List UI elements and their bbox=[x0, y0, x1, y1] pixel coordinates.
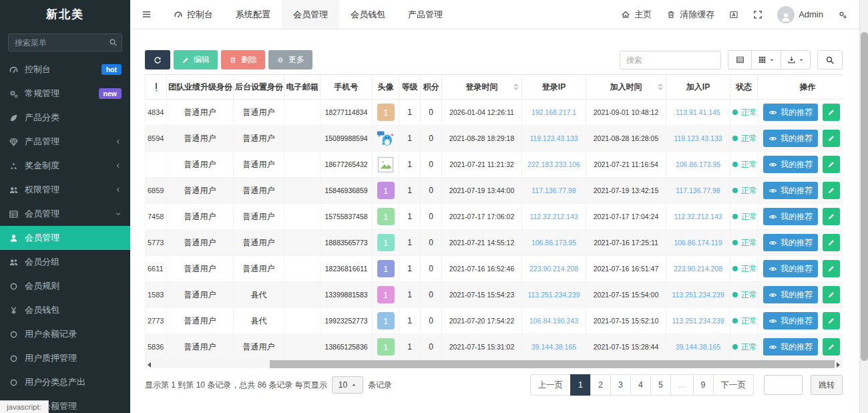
sidebar-subitem[interactable]: 用户余额记录 bbox=[0, 322, 130, 346]
ip-link[interactable]: 112.32.212.143 bbox=[674, 213, 722, 221]
column-header[interactable]: 加入时间 bbox=[586, 75, 666, 100]
user-menu[interactable]: Admin bbox=[770, 0, 831, 29]
my-referrals-button[interactable]: 我的推荐 bbox=[763, 156, 818, 173]
vertical-scrollbar-thumb[interactable] bbox=[861, 32, 868, 361]
column-header[interactable]: 积分 bbox=[421, 75, 442, 100]
sidebar-item[interactable]: 会员管理 bbox=[0, 202, 130, 226]
pagination-toggle-button[interactable] bbox=[728, 50, 752, 70]
table-row[interactable]: 6859 普通用户 普通用户 15846936859 1 1 0 bbox=[146, 178, 843, 204]
page-button[interactable]: 5 bbox=[650, 374, 671, 396]
sidebar-item[interactable]: 权限管理 bbox=[0, 178, 130, 202]
sidebar-search-input[interactable] bbox=[8, 33, 122, 51]
horizontal-scrollbar-thumb[interactable] bbox=[270, 360, 835, 368]
ip-link[interactable]: 119.123.43.133 bbox=[674, 134, 722, 142]
my-referrals-button[interactable]: 我的推荐 bbox=[763, 104, 818, 121]
row-edit-button[interactable] bbox=[823, 234, 840, 251]
table-row[interactable]: 5773 普通用户 普通用户 18883565773 1 1 0 bbox=[146, 230, 843, 256]
table-search-input[interactable] bbox=[620, 51, 721, 70]
table-row[interactable]: 1583 普通用户 县代 13399881583 1 1 0 bbox=[146, 282, 843, 308]
table-row[interactable]: 8594 普通用户 普通用户 15089988594 1 0 bbox=[146, 126, 843, 152]
navbar-tab[interactable]: 产品管理 bbox=[397, 0, 454, 29]
row-edit-button[interactable] bbox=[823, 182, 840, 199]
sidebar-toggle-button[interactable] bbox=[130, 0, 162, 29]
sidebar-subitem[interactable]: 会员分组 bbox=[0, 250, 130, 274]
page-button[interactable]: 1 bbox=[570, 374, 591, 396]
page-button[interactable]: 上一页 bbox=[530, 374, 572, 396]
row-edit-button[interactable] bbox=[823, 338, 840, 356]
my-referrals-button[interactable]: 我的推荐 bbox=[763, 208, 818, 225]
more-button[interactable]: 更多 bbox=[268, 50, 312, 70]
sidebar-subitem[interactable]: 会员钱包 bbox=[0, 298, 130, 322]
column-header[interactable]: 电子邮箱 bbox=[284, 75, 320, 100]
row-edit-button[interactable] bbox=[823, 312, 840, 329]
ip-link[interactable]: 106.86.173.95 bbox=[676, 160, 720, 168]
refresh-button[interactable] bbox=[145, 50, 170, 70]
scroll-left-arrow[interactable] bbox=[148, 362, 151, 368]
navbar-tab[interactable]: 系统配置 bbox=[224, 0, 282, 29]
row-edit-button[interactable] bbox=[823, 286, 840, 303]
row-edit-button[interactable] bbox=[823, 208, 840, 225]
column-header[interactable]: 登录IP bbox=[522, 75, 586, 100]
search-submit-button[interactable] bbox=[817, 50, 843, 70]
page-button[interactable]: ... bbox=[670, 374, 693, 396]
ip-link[interactable]: 106.86.173.95 bbox=[531, 239, 576, 247]
navbar-tab[interactable]: 控制台 bbox=[162, 0, 224, 29]
column-header[interactable]: 加入IP bbox=[666, 75, 730, 100]
ip-link[interactable]: 106.86.174.119 bbox=[674, 239, 722, 247]
page-button[interactable]: 下一页 bbox=[713, 374, 754, 396]
ip-link[interactable]: 39.144.38.165 bbox=[676, 343, 720, 351]
settings-button[interactable] bbox=[831, 0, 855, 29]
column-header[interactable] bbox=[146, 75, 167, 100]
clear-cache-button[interactable]: 清除缓存 bbox=[659, 0, 722, 29]
row-edit-button[interactable] bbox=[823, 260, 840, 277]
page-button[interactable]: 2 bbox=[590, 374, 611, 396]
sort-icon[interactable] bbox=[658, 84, 663, 90]
sidebar-item[interactable]: 控制台 hot bbox=[0, 57, 130, 82]
columns-button[interactable] bbox=[751, 50, 781, 70]
ip-link[interactable]: 119.123.43.133 bbox=[529, 134, 578, 142]
row-edit-button[interactable] bbox=[823, 104, 840, 121]
row-edit-button[interactable] bbox=[823, 156, 840, 173]
page-button[interactable]: 4 bbox=[630, 374, 651, 396]
sidebar-item[interactable]: 产品管理 bbox=[0, 130, 130, 154]
column-header[interactable]: 等级 bbox=[399, 75, 421, 100]
ip-link[interactable]: 223.90.214.208 bbox=[529, 265, 578, 273]
ip-link[interactable]: 113.251.234.239 bbox=[527, 291, 580, 299]
ip-link[interactable]: 106.84.190.243 bbox=[529, 317, 578, 325]
edit-button[interactable]: 编辑 bbox=[174, 50, 218, 70]
jump-button[interactable]: 跳转 bbox=[811, 375, 843, 395]
language-button[interactable] bbox=[722, 0, 746, 29]
page-button[interactable]: 3 bbox=[610, 374, 631, 396]
ip-link[interactable]: 117.136.77.98 bbox=[531, 186, 576, 194]
ip-link[interactable]: 112.32.212.143 bbox=[529, 213, 578, 221]
delete-button[interactable]: 删除 bbox=[221, 50, 265, 70]
jump-page-input[interactable] bbox=[764, 375, 803, 395]
sidebar-subitem[interactable]: 用户质押管理 bbox=[0, 346, 130, 370]
navbar-tab[interactable]: 会员管理 bbox=[282, 0, 339, 29]
ip-link[interactable]: 113.251.234.239 bbox=[672, 291, 724, 299]
sidebar-item[interactable]: 产品分类 bbox=[0, 106, 130, 130]
home-link[interactable]: 主页 bbox=[614, 0, 659, 29]
my-referrals-button[interactable]: 我的推荐 bbox=[763, 338, 818, 356]
sidebar-subitem[interactable]: 会员规则 bbox=[0, 274, 130, 298]
export-button[interactable] bbox=[781, 50, 811, 70]
column-header[interactable]: 后台设置身份 bbox=[234, 75, 284, 100]
sidebar-subitem[interactable]: 会员管理 bbox=[0, 226, 130, 250]
my-referrals-button[interactable]: 我的推荐 bbox=[763, 260, 818, 277]
row-edit-button[interactable] bbox=[823, 130, 840, 147]
column-header[interactable]: 手机号 bbox=[320, 75, 373, 100]
sort-icon[interactable] bbox=[513, 84, 519, 90]
my-referrals-button[interactable]: 我的推荐 bbox=[763, 312, 818, 329]
ip-link[interactable]: 223.90.214.208 bbox=[674, 265, 722, 273]
table-row[interactable]: 5836 普通用户 普通用户 13865125836 1 1 0 bbox=[146, 334, 843, 360]
ip-link[interactable]: 113.251.234.239 bbox=[672, 317, 724, 325]
my-referrals-button[interactable]: 我的推荐 bbox=[763, 286, 818, 303]
column-header[interactable]: 团队业绩升级身份 bbox=[167, 75, 234, 100]
table-row[interactable]: 2773 普通用户 县代 19923252773 1 1 0 bbox=[146, 308, 843, 334]
table-row[interactable]: 7458 普通用户 普通用户 15755837458 1 1 0 bbox=[146, 204, 843, 230]
fullscreen-button[interactable] bbox=[746, 0, 770, 29]
sidebar-item[interactable]: 奖金制度 bbox=[0, 154, 130, 178]
table-row[interactable]: 普通用户 普通用户 18677265432 1 0 2021-07- bbox=[146, 152, 843, 178]
page-button[interactable]: 9 bbox=[693, 374, 714, 396]
sidebar-item[interactable]: 常规管理 new bbox=[0, 82, 130, 106]
